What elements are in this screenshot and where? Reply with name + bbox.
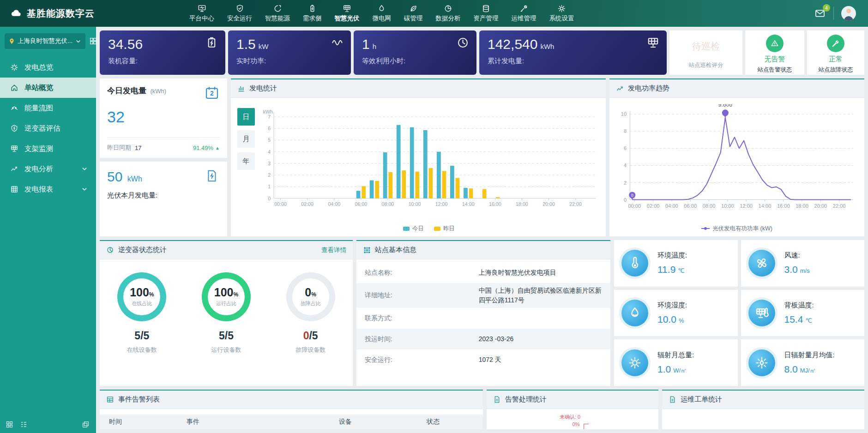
events-table-header: 时间事件设备状态	[100, 415, 483, 429]
sidebar-item-overview[interactable]: 发电总览	[0, 57, 96, 78]
site-info-value: 上海良时智慧光伏发电项目	[479, 268, 602, 277]
nav-item-demand[interactable]: 需求侧	[303, 4, 322, 23]
tab-年[interactable]: 年	[237, 152, 255, 170]
sidebar-item-analysis[interactable]: 发电分析	[0, 159, 96, 179]
device-count-label: 在线设备数	[127, 346, 157, 354]
nav-item-safety[interactable]: 安全运行	[227, 4, 252, 23]
alarm-annotation: 未确认: 0 0%	[560, 414, 580, 427]
wave-icon	[331, 36, 344, 49]
sidebar-item-label: 能量流图	[24, 103, 53, 113]
compare-percent: 91.49%	[193, 144, 213, 151]
status-label: 站点巡检评分	[689, 61, 723, 69]
report-icon	[10, 185, 18, 193]
tree-list-icon[interactable]	[20, 421, 28, 428]
kpi-card-hours: 1h 等效利用小时:	[354, 30, 476, 75]
site-info-row: 投运时间: 2023 -03-26	[356, 329, 610, 349]
nav-item-energy[interactable]: 智慧能源	[265, 4, 290, 23]
panel-title: 逆变器状态统计	[118, 246, 167, 254]
sidebar-item-inverter[interactable]: 逆变器评估	[0, 118, 96, 138]
site-info-row: 安全运行: 1072 天	[356, 349, 610, 370]
mail-button[interactable]: 4	[814, 8, 826, 19]
power-trend-line-chart: 024681000:0002:0004:0006:0008:0010:0012:…	[616, 104, 858, 223]
sidebar-item-station[interactable]: 单站概览	[0, 78, 96, 98]
pv-icon	[343, 4, 351, 13]
kpi-value: 1.5	[236, 36, 256, 52]
svg-text:00:00: 00:00	[628, 203, 641, 209]
nav-item-asset[interactable]: 资产管理	[474, 4, 499, 23]
sensor-card-radiation-month: 辐射月总量: 1.0W/㎡	[614, 339, 738, 386]
kpi-label: 装机容量:	[108, 57, 217, 66]
nav-item-settings[interactable]: 系统设置	[549, 4, 574, 23]
sensor-label: 背板温度:	[784, 301, 814, 310]
nav-label: 智慧能源	[265, 14, 290, 23]
device-count: 0/5	[303, 330, 318, 342]
nav-item-pv[interactable]: 智慧光伏	[335, 4, 360, 23]
events-column-状态: 状态	[427, 418, 483, 426]
bar-chart-icon	[237, 84, 245, 92]
today-generation-unit: (kWh)	[150, 88, 166, 95]
demand-icon	[308, 4, 317, 13]
alarm-unconfirmed-percent: 0%	[572, 421, 580, 427]
status-card-fault: 正常 站点故障状态	[807, 30, 864, 75]
kpi-value: 1	[362, 36, 370, 52]
station-selector[interactable]: 上海良时智慧光伏...	[5, 33, 85, 49]
sensor-card-humidity: 环境湿度: 10.0%	[614, 290, 738, 337]
device-count-label: 故障设备数	[295, 346, 326, 354]
donut-percent-label: 在线占比	[132, 300, 152, 307]
legend-item-昨日[interactable]: 昨日	[434, 225, 455, 233]
brand-logo: 基胜能源数字云	[0, 7, 139, 20]
table-icon	[106, 396, 114, 403]
donut-percent: 0%	[305, 287, 316, 298]
panel-title: 发电统计	[249, 84, 277, 93]
compare-value: 17	[135, 144, 141, 151]
sensor-card-panel-temp: 背板温度: 15.4℃	[741, 290, 865, 337]
sidebar-item-bracket[interactable]: 支架监测	[0, 138, 96, 159]
svg-text:14:00: 14:00	[462, 201, 475, 207]
tab-日[interactable]: 日	[237, 108, 255, 126]
nav-label: 碳管理	[404, 14, 423, 23]
month-generation-unit: kWh	[127, 175, 142, 183]
site-info-row: 详细地址: 中国（上海）自由贸易试验区临港新片区新四平公路1117号	[356, 283, 610, 308]
paneltemp-icon	[755, 306, 769, 320]
nav-item-platform[interactable]: 平台中心	[189, 4, 214, 23]
site-info-label: 详细地址:	[365, 291, 424, 300]
sensor-circle	[621, 300, 648, 326]
status-circle	[766, 35, 784, 52]
legend-item-power[interactable]: 光伏发电有功功率 (kW)	[701, 225, 772, 233]
view-details-link[interactable]: 查看详情	[321, 246, 346, 254]
station-list-icon[interactable]	[89, 37, 97, 45]
legend-item-今日[interactable]: 今日	[403, 225, 424, 233]
chevron-down-icon	[75, 38, 82, 45]
svg-text:12:00: 12:00	[435, 201, 448, 207]
site-info-label: 联系方式:	[365, 314, 424, 323]
svg-text:4: 4	[624, 162, 627, 168]
user-avatar[interactable]	[841, 6, 856, 21]
window-restore-icon[interactable]	[82, 421, 90, 428]
collapse-grid-icon[interactable]	[6, 421, 13, 428]
tab-月[interactable]: 月	[237, 130, 255, 148]
sensor-value: 3.0m/s	[784, 264, 810, 275]
alarmtri-icon	[770, 39, 779, 48]
generation-legend: 今日昨日	[259, 223, 599, 235]
kpi-label: 等效利用小时:	[362, 57, 468, 66]
left-summary-column: 今日发电量 (kWh) 2 32 昨日同期 17 91.49% ▲ 50	[100, 78, 227, 236]
today-generation-card: 今日发电量 (kWh) 2 32 昨日同期 17 91.49% ▲	[100, 78, 227, 158]
nav-item-microgrid[interactable]: 微电网	[373, 4, 392, 23]
kpi-value: 142,540	[488, 36, 537, 52]
status-label: 站点告警状态	[758, 66, 792, 74]
nav-item-carbon[interactable]: 碳管理	[404, 4, 423, 23]
kpi-label: 实时功率:	[236, 57, 343, 66]
energyflow-icon	[10, 104, 18, 112]
svg-text:22:00: 22:00	[569, 201, 582, 207]
nav-item-ops[interactable]: 运维管理	[512, 4, 536, 23]
nav-item-data[interactable]: 数据分析	[436, 4, 461, 23]
site-info-value: 中国（上海）自由贸易试验区临港新片区新四平公路1117号	[479, 286, 602, 305]
station-icon	[10, 84, 18, 92]
sidebar-item-energyflow[interactable]: 能量流图	[0, 98, 96, 118]
power-trend-legend: 光伏发电有功功率 (kW)	[616, 223, 858, 235]
nav-label: 微电网	[373, 14, 392, 23]
sidebar-item-report[interactable]: 发电报表	[0, 179, 96, 199]
svg-text:14:00: 14:00	[759, 203, 772, 209]
svg-text:4: 4	[268, 149, 271, 155]
work-order-stats-panel: 运维工单统计	[662, 390, 864, 429]
